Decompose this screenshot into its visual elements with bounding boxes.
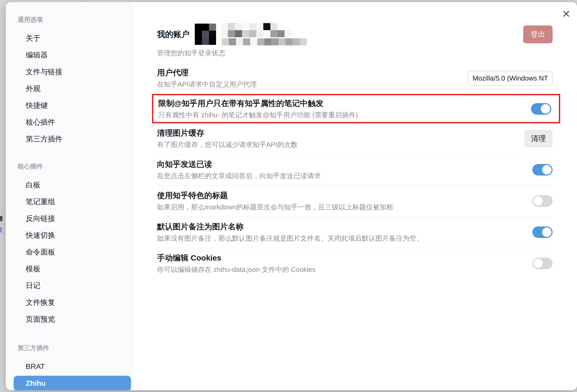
setting-row: 手动编辑 Cookies 你可以编辑储存在 zhihu-data.json 文件…: [157, 248, 553, 279]
mosaic-cell: [235, 23, 242, 30]
mosaic-cell: [277, 30, 285, 37]
settings-sidebar: 通用选项 关于 编辑器 文件与链接 外观 快捷键 核心插件 第三方插件 核心插件…: [6, 2, 132, 390]
mosaic-cell: [243, 38, 250, 45]
settings-list: 用户代理 在知乎API请求中自定义用户代理 限制@知乎用户只在带有知乎属性的笔记…: [157, 63, 553, 279]
user-agent-input[interactable]: [468, 71, 553, 86]
toggle-on[interactable]: [532, 226, 553, 238]
sidebar-item-label: 笔记重组: [26, 197, 55, 207]
toggle-knob: [533, 259, 543, 268]
setting-description: 如果没有图片备注，那么默认图片备注就是图片文件名。关闭此项后默认图片备注为空。: [157, 234, 522, 243]
mosaic-cell: [209, 31, 216, 38]
sidebar-item-快速切换[interactable]: 快速切换: [6, 227, 132, 244]
mosaic-cell: [222, 38, 229, 45]
mosaic-cell: [209, 24, 216, 31]
toggle-knob: [542, 165, 552, 174]
mosaic-cell: [242, 23, 249, 30]
toggle-off[interactable]: [532, 258, 553, 269]
close-icon[interactable]: ×: [562, 7, 570, 20]
sidebar-item-label: 页面预览: [26, 314, 55, 324]
toggle-knob: [542, 227, 552, 237]
mosaic-cell: [256, 30, 263, 37]
sidebar-section-heading: 第三方插件: [18, 343, 132, 352]
mosaic-cell: [263, 23, 270, 30]
mosaic-row: [222, 38, 307, 45]
sidebar-item-label: 快速切换: [26, 230, 55, 240]
account-title: 我的账户: [157, 29, 190, 40]
sidebar-item-文件恢复[interactable]: 文件恢复: [6, 294, 132, 311]
setting-name: 向知乎发送已读: [157, 159, 522, 169]
toggle-off[interactable]: [532, 195, 553, 207]
settings-content: × 我的账户 登出 管理您的知乎登录状态 用户代理 在知乎API请求中自定义用户…: [132, 2, 577, 390]
mosaic-cell: [285, 30, 292, 37]
sidebar-item-brat[interactable]: BRAT: [6, 358, 132, 375]
setting-row: 使用知乎特色的标题 如果启用，那么markdown的标题层次会与知乎一致，且三级…: [157, 186, 553, 217]
sidebar-item-白板[interactable]: 白板: [6, 177, 132, 193]
mosaic-cell: [279, 38, 286, 45]
logout-button[interactable]: 登出: [523, 25, 553, 43]
sidebar-item-页面预览[interactable]: 页面预览: [6, 311, 132, 328]
mosaic-row: [195, 24, 216, 31]
toggle-on[interactable]: [532, 164, 553, 176]
mosaic-cell: [235, 30, 242, 37]
sidebar-item-笔记重组[interactable]: 笔记重组: [6, 193, 132, 210]
mosaic-cell: [293, 38, 300, 45]
sidebar-item-文件与链接[interactable]: 文件与链接: [6, 63, 132, 80]
clear-cache-button[interactable]: 清理: [524, 130, 553, 147]
mosaic-cell: [229, 38, 236, 45]
mosaic-cell: [263, 30, 270, 37]
sidebar-item-反向链接[interactable]: 反向链接: [6, 210, 132, 227]
sidebar-item-日记[interactable]: 日记: [6, 277, 132, 294]
sidebar-section-heading: 核心插件: [18, 162, 132, 171]
sidebar-item-label: 反向链接: [26, 214, 55, 224]
setting-description: 在知乎API请求中自定义用户代理: [157, 80, 457, 89]
sidebar-item-命令面板[interactable]: 命令面板: [6, 244, 132, 261]
sidebar-item-zhihu[interactable]: Zhihu: [14, 376, 131, 390]
setting-description: 有了图片缓存，您可以减少请求知乎API的次数: [157, 140, 514, 149]
setting-description: 只有属性中有 zhihu- 的笔记才触发@知乎用户功能 (需要重启插件): [158, 110, 521, 119]
sidebar-item-label: 外观: [26, 84, 40, 94]
account-header: 我的账户 登出: [157, 23, 553, 45]
sidebar-section-heading: 通用选项: [18, 15, 132, 24]
setting-name: 限制@知乎用户只在带有知乎属性的笔记中触发: [158, 98, 521, 108]
mosaic-cell: [202, 38, 209, 45]
sidebar-item-label: 文件恢复: [26, 298, 55, 308]
mosaic-cell: [221, 30, 228, 37]
highlight-annotation-box: 限制@知乎用户只在带有知乎属性的笔记中触发 只有属性中有 zhihu- 的笔记才…: [152, 94, 560, 123]
sidebar-item-核心插件[interactable]: 核心插件: [6, 114, 132, 131]
sidebar-item-快捷键[interactable]: 快捷键: [6, 97, 132, 114]
mosaic-cell: [271, 38, 279, 45]
toggle-knob: [541, 104, 550, 114]
mosaic-row: [221, 23, 307, 30]
mosaic-cell: [228, 30, 235, 37]
mosaic-cell: [256, 23, 263, 30]
setting-row: 默认图片备注为图片名称 如果没有图片备注，那么默认图片备注就是图片文件名。关闭此…: [157, 217, 553, 248]
setting-description: 如果启用，那么markdown的标题层次会与知乎一致，且三级以上标题仅被加粗: [157, 203, 522, 211]
background-fragment: [0, 227, 2, 232]
mosaic-cell: [249, 30, 256, 37]
sidebar-item-模板[interactable]: 模板: [6, 261, 132, 277]
sidebar-item-label: 模板: [26, 264, 40, 274]
setting-row: 用户代理 在知乎API请求中自定义用户代理: [157, 63, 553, 94]
setting-name: 清理图片缓存: [157, 128, 514, 138]
avatar: [195, 24, 216, 45]
mosaic-cell: [221, 23, 228, 30]
mosaic-row: [195, 31, 216, 38]
settings-modal: 通用选项 关于 编辑器 文件与链接 外观 快捷键 核心插件 第三方插件 核心插件…: [6, 2, 577, 390]
setting-description: 你可以编辑储存在 zhihu-data.json 文件中的 Cookies: [157, 265, 522, 274]
sidebar-item-第三方插件[interactable]: 第三方插件: [6, 131, 132, 147]
sidebar-item-关于[interactable]: 关于: [6, 30, 132, 47]
sidebar-item-外观[interactable]: 外观: [6, 80, 132, 97]
mosaic-cell: [195, 38, 202, 45]
setting-name: 使用知乎特色的标题: [157, 190, 522, 200]
sidebar-item-编辑器[interactable]: 编辑器: [6, 47, 132, 63]
setting-description: 在您点击左侧栏的文章或回答后，向知乎发送已读请求: [157, 171, 522, 180]
mosaic-row: [195, 38, 216, 45]
mosaic-cell: [236, 38, 243, 45]
mosaic-cell: [202, 24, 209, 31]
setting-row: 向知乎发送已读 在您点击左侧栏的文章或回答后，向知乎发送已读请求: [157, 154, 553, 186]
sidebar-item-label: 命令面板: [26, 247, 55, 257]
sidebar-item-label: 文件与链接: [26, 67, 62, 77]
toggle-on[interactable]: [531, 103, 551, 115]
mosaic-cell: [228, 23, 235, 30]
sidebar-item-label: 编辑器: [26, 50, 48, 60]
